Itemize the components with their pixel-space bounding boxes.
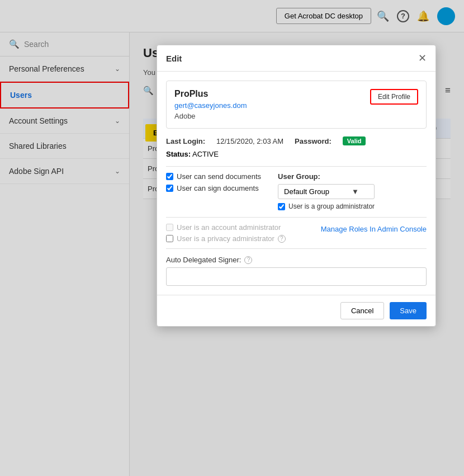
- user-group-section: User Group: Default Group ▼ User is a gr…: [278, 172, 375, 210]
- send-docs-label: User can send documents: [177, 172, 261, 181]
- status-row: Status: ACTIVE: [166, 150, 427, 158]
- privacy-admin-checkbox[interactable]: [166, 235, 173, 242]
- user-group-select[interactable]: Default Group ▼: [278, 184, 375, 199]
- privacy-admin-item: User is a privacy administrator ?: [166, 234, 427, 243]
- privacy-help-icon[interactable]: ?: [278, 235, 286, 243]
- modal-footer: Cancel Save: [157, 295, 435, 326]
- edit-modal: Edit ✕ ProPlus gert@caseyjones.dom Adobe…: [157, 45, 436, 327]
- send-docs-checkbox-item: User can send documents: [166, 172, 261, 181]
- account-admin-item: User is an account administrator: [166, 223, 281, 232]
- status-value: ACTIVE: [192, 150, 219, 158]
- login-info-row: Last Login: 12/15/2020, 2:03 AM Password…: [166, 136, 427, 145]
- save-button[interactable]: Save: [390, 302, 427, 319]
- cancel-button[interactable]: Cancel: [340, 302, 384, 319]
- admin-section: User is an account administrator Manage …: [166, 223, 427, 243]
- sign-docs-checkbox-item: User can sign documents: [166, 184, 261, 192]
- chevron-down-icon: ▼: [352, 187, 359, 196]
- send-docs-checkbox[interactable]: [166, 173, 173, 180]
- account-admin-checkbox: [166, 224, 173, 231]
- modal-close-button[interactable]: ✕: [418, 52, 427, 64]
- password-label: Password:: [295, 137, 332, 145]
- user-company: Adobe: [174, 112, 418, 120]
- account-admin-label: User is an account administrator: [177, 223, 281, 232]
- auto-delegated-help-icon[interactable]: ?: [244, 256, 252, 264]
- group-admin-label: User is a group administrator: [288, 202, 375, 210]
- permissions-row: User can send documents User can sign do…: [166, 172, 427, 210]
- edit-profile-button[interactable]: Edit Profile: [370, 89, 418, 105]
- manage-roles-link[interactable]: Manage Roles In Admin Console: [321, 225, 427, 233]
- user-group-value: Default Group: [284, 187, 329, 196]
- sign-docs-label: User can sign documents: [177, 184, 259, 192]
- modal-body: ProPlus gert@caseyjones.dom Adobe Edit P…: [157, 72, 435, 295]
- status-label: Status:: [166, 150, 191, 158]
- modal-title: Edit: [166, 54, 182, 63]
- sign-docs-checkbox[interactable]: [166, 185, 173, 192]
- checkbox-group: User can send documents User can sign do…: [166, 172, 261, 210]
- password-status-badge: Valid: [343, 136, 366, 145]
- auto-delegated-section: Auto Delegated Signer: ?: [166, 256, 427, 286]
- modal-header: Edit ✕: [157, 45, 435, 72]
- group-admin-checkbox[interactable]: [278, 203, 285, 210]
- last-login-label: Last Login:: [166, 137, 205, 145]
- user-card: ProPlus gert@caseyjones.dom Adobe Edit P…: [166, 81, 427, 129]
- last-login-value: 12/15/2020, 2:03 AM: [216, 137, 283, 145]
- privacy-admin-label: User is a privacy administrator: [177, 234, 274, 243]
- group-admin-check: User is a group administrator: [278, 202, 375, 210]
- user-group-label: User Group:: [278, 172, 375, 181]
- auto-delegated-label: Auto Delegated Signer: ?: [166, 256, 427, 264]
- account-admin-row: User is an account administrator Manage …: [166, 223, 427, 234]
- auto-delegated-input[interactable]: [166, 267, 427, 286]
